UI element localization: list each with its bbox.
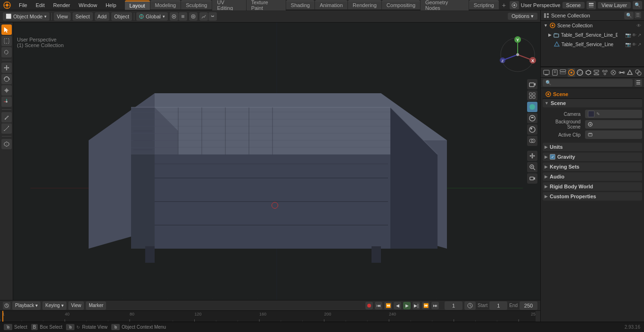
outliner-filter[interactable]: ☰ bbox=[635, 12, 641, 18]
select-menu[interactable]: Select bbox=[73, 12, 93, 21]
prop-tab-constraints[interactable] bbox=[618, 68, 626, 77]
navigation-gizmo[interactable]: Y X Z bbox=[499, 36, 537, 73]
graph-btn[interactable] bbox=[199, 12, 208, 21]
annotate-tool[interactable] bbox=[1, 112, 12, 122]
prop-tab-modifiers[interactable] bbox=[593, 68, 601, 77]
bg-scene-value[interactable] bbox=[585, 120, 642, 129]
step-back-btn[interactable]: ⏪ bbox=[384, 302, 392, 309]
visibility-icon[interactable]: 👁 bbox=[636, 23, 641, 28]
rigid-body-toggle[interactable]: ▶ Rigid Body World bbox=[543, 182, 642, 191]
scene-section-toggle[interactable]: ▼ Scene bbox=[543, 99, 642, 107]
shading-solid-icon[interactable] bbox=[527, 102, 537, 112]
outliner-item-table[interactable]: Table_Self_Service_Line_ 📷 👁 ↗ bbox=[541, 40, 644, 49]
cursor-tool[interactable] bbox=[1, 24, 12, 35]
prop-tab-physics[interactable] bbox=[610, 68, 617, 77]
camera-icon[interactable] bbox=[527, 79, 537, 89]
proportional-btn[interactable] bbox=[189, 12, 198, 21]
current-frame-input[interactable]: 1 bbox=[445, 301, 462, 310]
record-btn[interactable] bbox=[365, 302, 373, 309]
camera-prop-value[interactable]: ✎ bbox=[585, 110, 642, 118]
skip-start-btn[interactable]: ⏮ bbox=[375, 302, 382, 309]
tab-compositing[interactable]: Compositing bbox=[382, 0, 420, 9]
add-menu[interactable]: Add bbox=[95, 12, 110, 21]
overlay-icon[interactable] bbox=[527, 136, 537, 146]
tab-scripting[interactable]: Scripting bbox=[469, 0, 499, 9]
active-clip-value[interactable] bbox=[585, 130, 642, 139]
units-section-toggle[interactable]: ▶ Units bbox=[543, 143, 642, 151]
options-button[interactable]: Options ▾ bbox=[508, 13, 537, 20]
audio-toggle[interactable]: ▶ Audio bbox=[543, 172, 642, 181]
select-visibility-icon[interactable]: ↗ bbox=[637, 32, 641, 38]
menu-help[interactable]: Help bbox=[102, 1, 120, 9]
graph-options[interactable] bbox=[208, 12, 217, 21]
prop-tab-render[interactable] bbox=[543, 68, 550, 77]
outliner-scene-collection[interactable]: ▼ Scene Collection 👁 bbox=[541, 21, 644, 30]
rotate-tool[interactable] bbox=[1, 74, 12, 84]
scene-selector[interactable] bbox=[510, 1, 519, 9]
transform-tool[interactable] bbox=[1, 97, 12, 107]
keying-menu[interactable]: Keying ▾ bbox=[42, 301, 66, 310]
snap-btn[interactable] bbox=[170, 12, 178, 21]
menu-render[interactable]: Render bbox=[50, 1, 74, 9]
prop-tab-output[interactable] bbox=[551, 68, 559, 77]
tab-shading[interactable]: Shading bbox=[286, 0, 314, 9]
props-filter-btn[interactable]: ☰ bbox=[635, 79, 642, 87]
tab-rendering[interactable]: Rendering bbox=[348, 0, 381, 9]
prop-tab-world[interactable] bbox=[576, 68, 584, 77]
view-menu-timeline[interactable]: View bbox=[68, 301, 84, 310]
next-frame-btn[interactable]: ▶| bbox=[413, 302, 420, 309]
search-icon[interactable]: 🔍 bbox=[633, 1, 642, 9]
zoom-icon[interactable] bbox=[527, 162, 537, 172]
menu-window[interactable]: Window bbox=[75, 1, 101, 9]
add-cube-tool[interactable] bbox=[1, 139, 12, 149]
select-box-tool[interactable] bbox=[1, 36, 12, 46]
shading-rendered-icon[interactable] bbox=[527, 124, 537, 135]
prop-tab-material[interactable] bbox=[635, 68, 642, 77]
marker-menu[interactable]: Marker bbox=[86, 301, 106, 310]
gravity-section-toggle[interactable]: ▶ ✓ Gravity bbox=[543, 153, 642, 161]
render-visibility-icon[interactable]: 📷 bbox=[625, 32, 631, 38]
play-btn[interactable]: ▶ bbox=[403, 302, 411, 309]
props-search-input[interactable]: 🔍 bbox=[543, 79, 633, 87]
end-frame-input[interactable]: 250 bbox=[520, 301, 537, 310]
timeline-ruler[interactable]: 1 40 80 120 160 200 240 250 bbox=[0, 311, 540, 322]
playback-menu[interactable]: Playback ▾ bbox=[12, 301, 41, 310]
menu-file[interactable]: File bbox=[15, 1, 31, 9]
view-layer-icon[interactable] bbox=[586, 1, 596, 9]
prop-tab-data[interactable] bbox=[627, 68, 634, 77]
tab-modeling[interactable]: Modeling bbox=[150, 0, 181, 9]
frame-timer[interactable] bbox=[464, 301, 476, 310]
shading-material-icon[interactable] bbox=[527, 113, 537, 123]
pan-icon[interactable] bbox=[527, 151, 537, 161]
viewport2-icon[interactable]: 👁 bbox=[632, 42, 636, 47]
skip-end-btn[interactable]: ⏭ bbox=[431, 302, 439, 309]
prev-frame-btn[interactable]: ◀ bbox=[394, 302, 401, 309]
3d-viewport[interactable]: User Perspective (1) Scene Collection bbox=[13, 23, 540, 300]
object-menu[interactable]: Object bbox=[111, 12, 132, 21]
menu-edit[interactable]: Edit bbox=[32, 1, 49, 9]
lasso-select-tool[interactable] bbox=[1, 47, 12, 57]
view-layer-name[interactable]: View Layer bbox=[598, 2, 631, 8]
timeline-scrollbar[interactable] bbox=[536, 311, 540, 322]
measure-tool[interactable] bbox=[1, 123, 12, 134]
tab-animation[interactable]: Animation bbox=[315, 0, 347, 9]
prop-tab-viewlayer[interactable] bbox=[560, 68, 567, 77]
select2-icon[interactable]: ↗ bbox=[637, 42, 641, 47]
render2-icon[interactable]: 📷 bbox=[625, 42, 631, 47]
camera-view-icon[interactable] bbox=[527, 173, 537, 184]
viewport-visibility-icon[interactable]: 👁 bbox=[632, 32, 636, 38]
prop-tab-particles[interactable] bbox=[601, 68, 609, 77]
object-mode-selector[interactable]: ⬜ Object Mode ▾ bbox=[3, 12, 50, 21]
prop-tab-object[interactable] bbox=[585, 68, 592, 77]
outliner-search[interactable]: 🔍 bbox=[624, 12, 634, 19]
scene-name-display[interactable]: Scene bbox=[562, 2, 585, 8]
add-workspace-tab[interactable]: + bbox=[499, 0, 509, 10]
custom-props-toggle[interactable]: ▶ Custom Properties bbox=[543, 192, 642, 201]
prop-tab-scene[interactable] bbox=[568, 68, 575, 77]
step-forward-btn[interactable]: ⏩ bbox=[422, 302, 429, 309]
keying-sets-toggle[interactable]: ▶ Keying Sets bbox=[543, 162, 642, 171]
move-tool[interactable] bbox=[1, 63, 12, 73]
timeline-icon[interactable] bbox=[3, 302, 10, 309]
grid-icon[interactable] bbox=[527, 90, 537, 101]
tab-sculpting[interactable]: Sculpting bbox=[181, 0, 212, 9]
